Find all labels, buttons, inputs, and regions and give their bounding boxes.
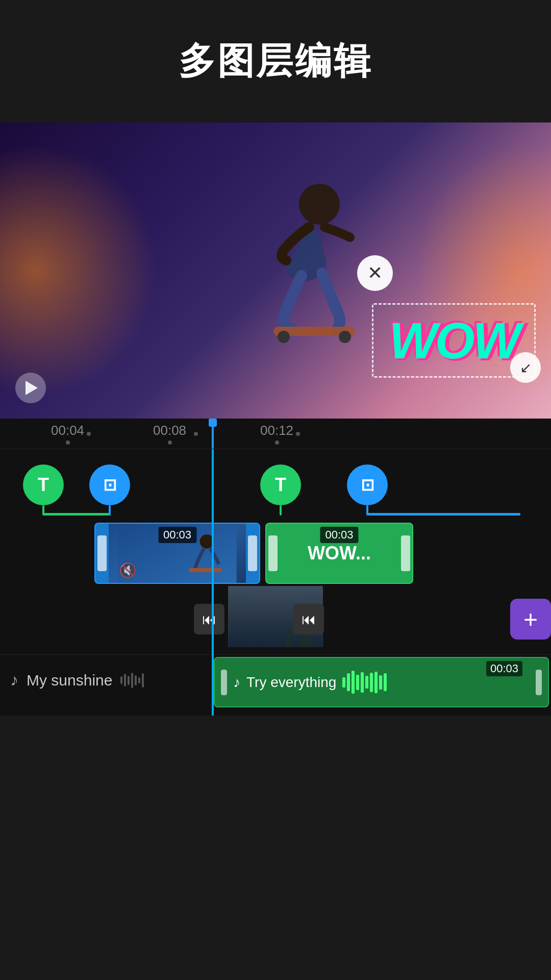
- music-track-2[interactable]: ♪ Try everything 00:03: [214, 657, 549, 707]
- video-clip-1[interactable]: 🔇 00:03: [94, 523, 260, 584]
- wave-bar: [120, 676, 122, 684]
- pin-circle-media-2: ⊡: [347, 464, 388, 505]
- tracks-container: T ⊡ T ⊡: [0, 449, 551, 716]
- wave-bar-g: [384, 673, 387, 691]
- resize-handle[interactable]: ↙: [510, 352, 541, 383]
- time-dot-3: [275, 440, 279, 445]
- music-title-2: Try everything: [246, 674, 336, 691]
- time-dot-2: [168, 440, 172, 445]
- wave-bar: [128, 676, 130, 685]
- pin-tail-3: [280, 505, 282, 516]
- time-ruler: 00:04 00:08 00:12: [0, 419, 551, 449]
- wave-bar: [131, 673, 133, 688]
- music-tracks-row: ♪ My sunshine ♪ Try everything: [0, 654, 551, 705]
- ruler-playhead: [212, 419, 214, 449]
- clip-left-handle-2[interactable]: [268, 535, 278, 571]
- timeline-area: 00:04 00:08 00:12: [0, 419, 551, 716]
- time-mark-1: 00:04: [51, 423, 84, 445]
- svg-point-0: [299, 184, 340, 225]
- music-icon-2: ♪: [233, 674, 240, 691]
- wave-bar-g: [356, 675, 359, 690]
- pin-tail-2: [109, 505, 111, 516]
- waveform-gray: [120, 670, 202, 691]
- pin-circle-media-1: ⊡: [89, 464, 130, 505]
- time-mark-dot-a: [87, 432, 91, 436]
- page-title: 多图层编辑: [179, 37, 372, 86]
- clip-right-handle-2[interactable]: [401, 535, 410, 571]
- time-mark-dot-c: [296, 432, 300, 436]
- clip-right-handle-1[interactable]: [248, 535, 257, 571]
- pin-circle-text-1: T: [23, 464, 64, 505]
- time-marks-row: 00:04 00:08 00:12: [10, 419, 541, 449]
- svg-point-3: [339, 331, 351, 343]
- mute-icon: 🔇: [119, 562, 137, 579]
- pin-line-4: [367, 513, 520, 516]
- wave-bar: [142, 673, 144, 688]
- transition-marker-1[interactable]: ⏮: [194, 604, 224, 634]
- wave-bar-g: [361, 672, 364, 693]
- music-clip-left-handle[interactable]: [221, 670, 227, 695]
- time-mark-3: 00:12: [260, 423, 293, 445]
- wave-bar-g: [370, 673, 373, 692]
- pin-text-1[interactable]: T: [23, 464, 64, 516]
- wave-bar-g: [365, 676, 368, 689]
- add-clip-button[interactable]: +: [510, 599, 551, 640]
- pin-circle-text-2: T: [260, 464, 301, 505]
- music-track-1[interactable]: ♪ My sunshine: [0, 655, 212, 705]
- wave-bar-g: [352, 671, 355, 694]
- wave-bar: [135, 675, 137, 685]
- time-mark-2: 00:08: [153, 423, 186, 445]
- pins-row: T ⊡ T ⊡: [0, 459, 551, 521]
- time-dot-1: [66, 440, 70, 445]
- header: 多图层编辑: [0, 0, 551, 122]
- play-icon: [26, 381, 38, 395]
- time-dot-b: [194, 432, 198, 436]
- wave-bar-g: [347, 673, 350, 691]
- svg-rect-6: [189, 568, 222, 572]
- bg-strip: [0, 586, 551, 647]
- pin-media-2[interactable]: ⊡: [347, 464, 388, 516]
- text-clip-1[interactable]: WOW... 00:03: [265, 523, 413, 584]
- video-preview: WOW ✕ ↙: [0, 122, 551, 419]
- wave-bar-g: [379, 675, 382, 690]
- wave-bar-g: [374, 672, 378, 693]
- music-clip-right-handle[interactable]: [536, 670, 542, 695]
- music-time-badge: 00:03: [486, 661, 522, 676]
- ruler-playhead-top: [209, 419, 217, 427]
- clip-left-handle-1[interactable]: [97, 535, 107, 571]
- time-mark-dot-b: [194, 432, 198, 436]
- clip-wow-label: WOW...: [280, 543, 399, 564]
- music-icon-1: ♪: [10, 671, 18, 690]
- time-dot-c: [296, 432, 300, 436]
- close-button[interactable]: ✕: [357, 255, 393, 291]
- clip-time-badge-1: 00:03: [158, 527, 196, 543]
- play-button[interactable]: [15, 373, 46, 403]
- pin-media-1[interactable]: ⊡: [89, 464, 130, 516]
- bg-track-row: ⏮ ⏮ +: [0, 586, 551, 652]
- time-dot-a: [87, 432, 91, 436]
- main-track-row: 🔇 00:03 WOW... 00:03: [0, 523, 551, 584]
- music-title-1: My sunshine: [27, 672, 112, 689]
- wave-bar: [124, 674, 126, 687]
- transition-marker-2[interactable]: ⏮: [293, 604, 324, 634]
- pin-text-2[interactable]: T: [260, 464, 301, 516]
- svg-point-5: [200, 534, 214, 549]
- clip-time-badge-2: 00:03: [320, 527, 358, 543]
- svg-point-2: [278, 331, 290, 343]
- wave-bar: [138, 677, 140, 683]
- wave-bar-g: [342, 677, 345, 688]
- wow-text-label: WOW: [389, 315, 519, 366]
